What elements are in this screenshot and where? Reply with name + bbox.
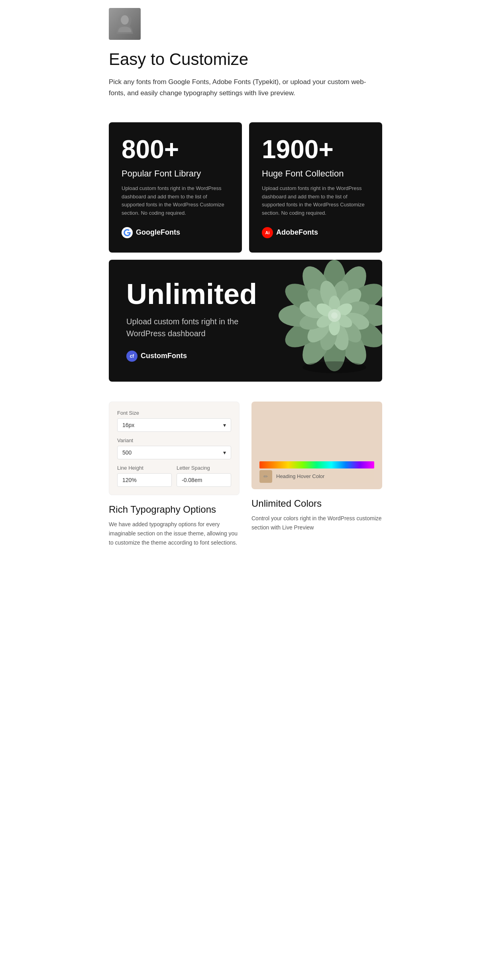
wide-card-unlimited: Unlimited Upload custom fonts right in t… — [109, 260, 382, 382]
letter-spacing-input[interactable]: -0.08em — [177, 473, 231, 487]
font-size-label: Font Size — [117, 410, 231, 416]
pencil-icon: ✏ — [263, 473, 268, 480]
card-number-1: 800+ — [122, 137, 229, 162]
page-description: Pick any fonts from Google Fonts, Adobe … — [109, 76, 380, 98]
colors-section-title: Unlimited Colors — [251, 498, 382, 509]
google-fonts-label: GoogleFonts — [136, 228, 180, 237]
bottom-section: Font Size 16px ▾ Variant 500 ▾ Line Heig… — [89, 382, 402, 563]
google-fonts-badge: GoogleFonts — [122, 227, 229, 238]
line-height-value: 120% — [122, 477, 137, 483]
line-height-group: Line Height 120% — [117, 465, 172, 487]
letter-spacing-group: Letter Spacing -0.08em — [177, 465, 231, 487]
line-height-label: Line Height — [117, 465, 172, 471]
color-label-text: Heading Hover Color — [276, 473, 324, 479]
typography-section-title: Rich Typography Options — [109, 504, 240, 515]
wide-card-section: Unlimited Upload custom fonts right in t… — [89, 253, 402, 382]
plant-decoration — [275, 260, 382, 379]
letter-spacing-label: Letter Spacing — [177, 465, 231, 471]
card-number-2: 1900+ — [262, 137, 369, 162]
color-label-row: ✏ Heading Hover Color — [259, 470, 374, 483]
colors-section-desc: Control your colors right in the WordPre… — [251, 514, 382, 532]
page-title: Easy to Customize — [109, 49, 382, 69]
form-row: Line Height 120% Letter Spacing -0.08em — [117, 465, 231, 487]
svg-point-33 — [302, 361, 366, 373]
card-title-1: Popular Font Library — [122, 169, 229, 179]
cards-row: 800+ Popular Font Library Upload custom … — [89, 110, 402, 253]
font-size-value: 16px — [122, 422, 134, 428]
wide-card-desc: Upload custom fonts right in the WordPre… — [126, 316, 270, 339]
variant-value: 500 — [122, 449, 132, 456]
card-popular-font: 800+ Popular Font Library Upload custom … — [109, 122, 242, 253]
top-section: Easy to Customize Pick any fonts from Go… — [89, 0, 402, 110]
color-spectrum-bar — [259, 461, 374, 468]
svg-point-32 — [331, 312, 338, 319]
typography-mockup: Font Size 16px ▾ Variant 500 ▾ Line Heig… — [109, 402, 240, 495]
google-fonts-icon — [122, 227, 133, 238]
adobe-fonts-badge: Ai AdobeFonts — [262, 227, 369, 238]
letter-spacing-value: -0.08em — [182, 477, 202, 483]
avatar — [109, 8, 141, 40]
custom-fonts-label: CustomFonts — [141, 352, 187, 360]
line-height-input[interactable]: 120% — [117, 473, 172, 487]
variant-select[interactable]: 500 ▾ — [117, 446, 231, 459]
adobe-fonts-label: AdobeFonts — [276, 228, 318, 237]
color-mockup: ✏ Heading Hover Color — [251, 402, 382, 489]
typography-section-desc: We have added typography options for eve… — [109, 520, 240, 547]
custom-fonts-icon: cf — [126, 351, 137, 362]
card-desc-1: Upload custom fonts right in the WordPre… — [122, 184, 229, 218]
color-swatch: ✏ — [259, 470, 272, 483]
typography-card: Font Size 16px ▾ Variant 500 ▾ Line Heig… — [109, 402, 240, 547]
card-huge-font: 1900+ Huge Font Collection Upload custom… — [249, 122, 382, 253]
card-title-2: Huge Font Collection — [262, 169, 369, 179]
colors-card: ✏ Heading Hover Color Unlimited Colors C… — [251, 402, 382, 547]
card-desc-2: Upload custom fonts right in the WordPre… — [262, 184, 369, 218]
dropdown-arrow-icon: ▾ — [223, 422, 226, 428]
font-size-select[interactable]: 16px ▾ — [117, 418, 231, 432]
variant-dropdown-arrow-icon: ▾ — [223, 449, 226, 456]
adobe-fonts-icon: Ai — [262, 227, 273, 238]
variant-label: Variant — [117, 437, 231, 443]
